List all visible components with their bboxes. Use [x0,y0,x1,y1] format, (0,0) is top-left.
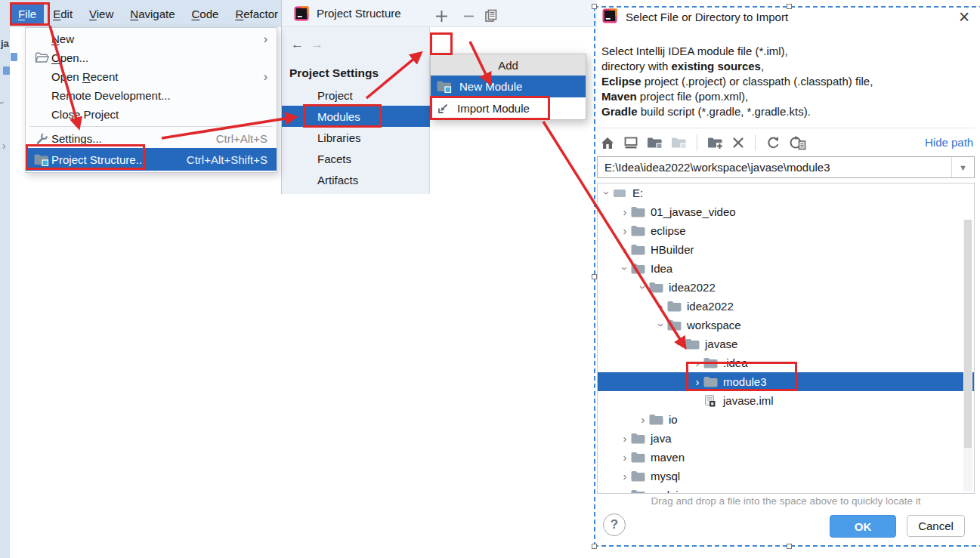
file-chooser-toolbar [600,133,806,153]
forward-arrow-icon[interactable]: → [311,37,323,52]
tree-item-label: HBuilder [651,243,694,256]
tree-item-label: java [651,432,672,445]
marquee-handle [787,544,792,549]
tree-item-maven[interactable]: ›maven [598,448,974,467]
menu-item-close-project[interactable]: Close Project [26,105,277,124]
chevron-right-icon[interactable]: › [691,357,703,368]
chevron-right-icon[interactable]: › [619,225,631,236]
tree-item-eclipse[interactable]: ›eclipse [598,221,974,240]
menubar-item-file[interactable]: File [11,5,44,23]
folder-icon [703,357,720,368]
ok-button[interactable]: OK [830,515,896,538]
tree-item-idea2022[interactable]: ›idea2022 [598,297,974,316]
tree-item-idea2022[interactable]: ›idea2022 [598,278,974,297]
file-menu-dropdown: New›Open...Open Recent›Remote Developmen… [25,27,277,173]
tree-item-hbuilder[interactable]: ›HBuilder [598,240,974,259]
remove-button[interactable] [460,8,477,24]
project-toolwindow-edge [0,27,10,558]
tree-item-module3[interactable]: ›module3 [598,372,974,391]
project-folder-icon[interactable] [647,137,663,149]
tree-item-e[interactable]: ›E: [598,183,974,202]
cancel-button[interactable]: Cancel [907,515,965,537]
chevron-right-icon[interactable]: › [619,489,631,494]
popup-item-new-module[interactable]: New Module [431,76,586,97]
add-popup: Add New ModuleImport Module [430,54,586,120]
chevron-right-icon[interactable]: › [619,452,631,463]
chevron-right-icon[interactable]: › [655,301,667,312]
chevron-down-icon[interactable]: › [620,263,631,275]
chevron-down-icon[interactable]: › [674,338,685,350]
menu-item-settings[interactable]: Settings...Ctrl+Alt+S [26,129,277,148]
chevron-down-icon[interactable]: › [601,187,613,199]
refresh-icon[interactable] [765,135,781,150]
chevron-right-icon[interactable]: › [619,470,631,482]
sidebar-item-artifacts[interactable]: Artifacts [282,169,430,190]
menubar-item-navigate[interactable]: Navigate [122,5,182,23]
tree-item-workspace[interactable]: ›workspace [598,316,974,334]
combo-dropdown-arrow-icon[interactable]: ▼ [951,157,974,177]
tree-item-javase-iml[interactable]: javase.iml [598,391,974,410]
toolbar-divider [755,134,756,151]
tree-item-mysql[interactable]: ›mysql [598,467,974,486]
add-button[interactable] [433,8,450,24]
chevron-down-icon[interactable]: › [656,319,667,331]
chevron-right-icon[interactable]: › [691,376,703,387]
tree-item-label: io [669,413,678,426]
menu-item-project-structure[interactable]: Project Structure...Ctrl+Alt+Shift+S [26,148,277,171]
copy-button[interactable] [483,8,499,24]
tree-item-idea[interactable]: ›Idea [598,259,974,278]
folder-icon [685,338,702,350]
menubar-item-edit[interactable]: Edit [45,5,80,23]
tree-item-javase[interactable]: ›javase [598,334,974,353]
file-icon [3,66,10,75]
chevron-right-icon[interactable]: › [637,414,649,425]
marquee-handle [592,274,597,279]
path-combobox: ▼ [597,156,975,178]
menu-item-new[interactable]: New› [26,29,277,48]
menubar-item-code[interactable]: Code [184,5,227,23]
sidebar-item-libraries[interactable]: Libraries [282,127,430,148]
menu-item-open-recent[interactable]: Open Recent› [26,67,277,86]
tree-item-label: 01_javase_video [651,205,736,218]
close-icon[interactable]: × [954,6,975,27]
home-icon[interactable] [600,136,615,150]
desktop-icon[interactable] [623,136,638,150]
sidebar-item-project[interactable]: Project [282,85,430,106]
tree-item-idea[interactable]: ›.idea [598,353,974,372]
popup-item-import-module[interactable]: Import Module [431,97,586,119]
chevron-right-icon[interactable]: › [619,433,631,444]
chevron-right-icon[interactable]: › [619,244,631,255]
tree-item-label: javase.iml [723,394,774,407]
tree-item-io[interactable]: ›io [598,410,974,429]
description-line: Maven project file (pom.xml), [601,89,873,104]
menu-item-remote-development[interactable]: Remote Development... [26,86,277,105]
help-button[interactable]: ? [603,513,626,536]
folder-icon [631,244,648,255]
module-folder-dim-icon[interactable] [671,137,687,149]
hide-path-link[interactable]: Hide path [925,136,973,149]
tree-item-01-javase-video[interactable]: ›01_javase_video [598,202,974,221]
tree-item-label: maven [651,451,685,464]
chevron-down-icon[interactable]: › [638,282,649,294]
tree-item-java[interactable]: ›java [598,429,974,448]
menu-item-open[interactable]: Open... [26,48,277,67]
menubar-item-refactor[interactable]: Refactor [227,5,286,23]
path-input[interactable] [598,160,951,174]
sidebar-item-modules[interactable]: Modules [282,106,430,127]
menubar-item-view[interactable]: View [82,5,121,23]
menu-item-label: Open Recent [51,70,118,83]
new-folder-icon[interactable] [707,137,723,150]
description-line: Gradle build script (*.gradle, *.gradle.… [601,104,873,119]
divider [597,128,975,128]
scrollbar[interactable] [963,220,972,492]
show-hidden-icon[interactable] [789,135,806,150]
tree-item-nodejs[interactable]: ›nodejs [598,486,974,494]
menu-bar: FileEditViewNavigateCodeRefactor [0,0,281,27]
chevron-right-icon[interactable]: › [619,206,631,217]
folder-icon [631,225,648,236]
sidebar-item-facets[interactable]: Facets [282,148,430,169]
delete-icon[interactable] [731,136,745,150]
back-arrow-icon[interactable]: ← [291,37,304,52]
scrollbar-thumb[interactable] [964,220,972,448]
marquee-handle [592,544,597,549]
